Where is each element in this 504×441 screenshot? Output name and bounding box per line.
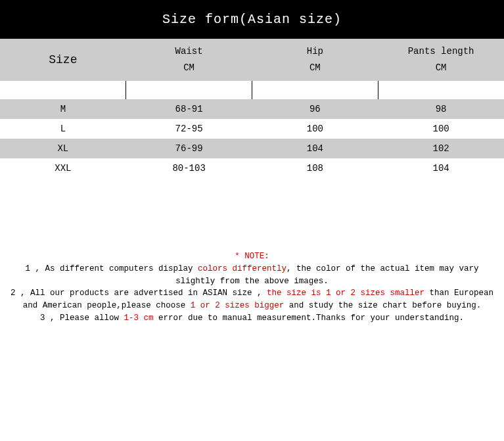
table-row: XXL 80-103 108 104	[0, 158, 504, 178]
note-1-b: colors differently	[198, 264, 286, 273]
cell-pants: 104	[378, 158, 504, 178]
header-pants: Pants length CM	[378, 39, 504, 81]
cell-pants: 102	[378, 139, 504, 158]
cell-pants: 100	[378, 119, 504, 139]
cell-waist: 76-99	[126, 139, 252, 158]
note-3-c: error due to manual measurement.Thanks f…	[153, 313, 464, 323]
cell-hip: 108	[252, 158, 378, 178]
note-2: 2 , All our products are advertised in A…	[4, 287, 500, 312]
cell-waist: 72-95	[126, 119, 252, 139]
cell-hip: 100	[252, 119, 378, 139]
table-header-row: Size Waist CM Hip CM Pants length CM	[0, 39, 504, 81]
note-2-b: the size is 1 or 2 sizes smaller	[267, 289, 424, 298]
cell-hip: 96	[252, 99, 378, 119]
note-3-b: 1-3 cm	[124, 313, 153, 323]
table-row: XL 76-99 104 102	[0, 139, 504, 158]
table-row: M 68-91 96 98	[0, 99, 504, 119]
cell-size: M	[0, 99, 126, 119]
notes-block: * NOTE: 1 , As different computers displ…	[0, 250, 504, 331]
cell-pants: 98	[378, 99, 504, 119]
note-2-d: 1 or 2 sizes bigger	[191, 301, 285, 310]
note-heading: * NOTE:	[4, 250, 500, 263]
cell-size: L	[0, 119, 126, 139]
header-size: Size	[0, 39, 126, 81]
header-pants-unit: CM	[378, 60, 504, 76]
table-blank-row	[0, 81, 504, 99]
table-row: L 72-95 100 100	[0, 119, 504, 139]
note-3: 3 , Please allow 1-3 cm error due to man…	[4, 312, 500, 325]
cell-size: XL	[0, 139, 126, 158]
note-2-e: and study the size chart before buying.	[284, 301, 481, 310]
cell-size: XXL	[0, 158, 126, 178]
header-waist-label: Waist	[126, 43, 252, 60]
header-hip: Hip CM	[252, 39, 378, 81]
header-waist: Waist CM	[126, 39, 252, 81]
note-1: 1 , As different computers display color…	[4, 263, 500, 288]
header-hip-label: Hip	[252, 43, 378, 60]
note-2-a: 2 , All our products are advertised in A…	[11, 289, 267, 298]
header-pants-label: Pants length	[378, 43, 504, 60]
title-text: Size form(Asian size)	[162, 12, 342, 27]
header-waist-unit: CM	[126, 60, 252, 76]
title-bar: Size form(Asian size)	[0, 0, 504, 39]
cell-hip: 104	[252, 139, 378, 158]
note-3-a: 3 , Please allow	[40, 313, 124, 323]
header-hip-unit: CM	[252, 60, 378, 76]
note-1-a: 1 , As different computers display	[25, 264, 198, 273]
cell-waist: 68-91	[126, 99, 252, 119]
size-table: Size Waist CM Hip CM Pants length CM M 6…	[0, 39, 504, 178]
cell-waist: 80-103	[126, 158, 252, 178]
